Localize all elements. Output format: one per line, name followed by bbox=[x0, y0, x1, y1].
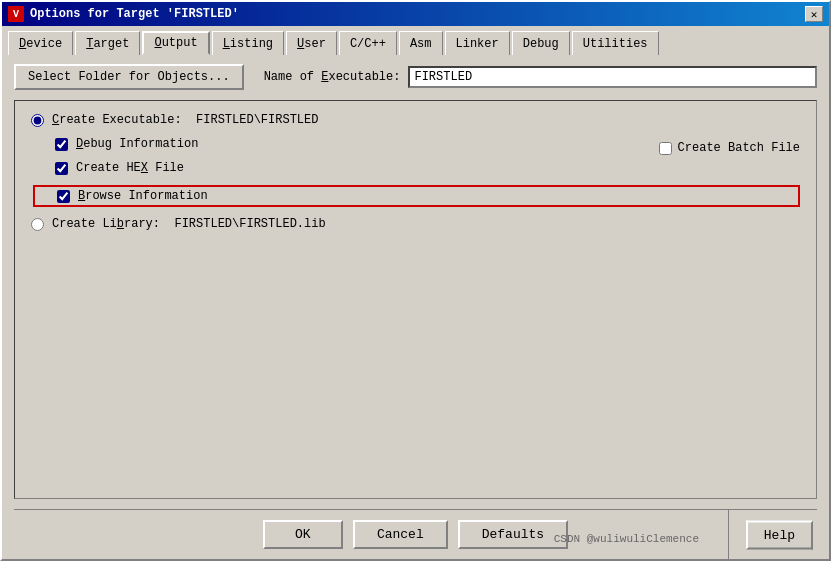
help-button[interactable]: Help bbox=[746, 520, 813, 549]
title-bar-left: V Options for Target 'FIRSTLED' bbox=[8, 6, 239, 22]
main-group: Create Executable: FIRSTLED\FIRSTLED Deb… bbox=[14, 100, 817, 499]
exe-name-label-text: Name of Executable: bbox=[264, 70, 401, 84]
footer: OK Cancel Defaults Help CSDN @wuliwuliCl… bbox=[2, 510, 829, 559]
tab-utilities[interactable]: Utilities bbox=[572, 31, 659, 55]
tab-listing[interactable]: Listing bbox=[212, 31, 284, 55]
create-hex-checkbox[interactable] bbox=[55, 162, 68, 175]
browse-info-row: Browse Information bbox=[33, 185, 800, 207]
tab-asm[interactable]: Asm bbox=[399, 31, 443, 55]
create-hex-label: Create HEX File bbox=[76, 161, 184, 175]
tab-cpp[interactable]: C/C++ bbox=[339, 31, 397, 55]
debug-info-label: Debug Information bbox=[76, 137, 198, 151]
browse-info-label: Browse Information bbox=[78, 189, 208, 203]
ok-button[interactable]: OK bbox=[263, 520, 343, 549]
debug-info-checkbox[interactable] bbox=[55, 138, 68, 151]
create-exe-radio[interactable] bbox=[31, 114, 44, 127]
exe-name-group: Name of Executable: bbox=[264, 66, 817, 88]
content-area: Select Folder for Objects... Name of Exe… bbox=[2, 54, 829, 509]
create-lib-radio[interactable] bbox=[31, 218, 44, 231]
create-batch-label: Create Batch File bbox=[678, 141, 800, 155]
create-exe-row: Create Executable: FIRSTLED\FIRSTLED bbox=[31, 113, 800, 127]
create-lib-row: Create Library: FIRSTLED\FIRSTLED.lib bbox=[31, 217, 800, 231]
tab-user[interactable]: User bbox=[286, 31, 337, 55]
close-button[interactable]: ✕ bbox=[805, 6, 823, 22]
footer-vertical-divider bbox=[728, 510, 729, 559]
create-batch-checkbox[interactable] bbox=[659, 142, 672, 155]
app-icon: V bbox=[8, 6, 24, 22]
select-folder-button[interactable]: Select Folder for Objects... bbox=[14, 64, 244, 90]
create-lib-label: Create Library: FIRSTLED\FIRSTLED.lib bbox=[52, 217, 326, 231]
create-batch-row: Create Batch File bbox=[659, 141, 800, 155]
title-bar: V Options for Target 'FIRSTLED' ✕ bbox=[2, 2, 829, 26]
exe-name-input[interactable] bbox=[408, 66, 817, 88]
create-exe-label: Create Executable: FIRSTLED\FIRSTLED bbox=[52, 113, 318, 127]
tab-bar: Device Target Output Listing User C/C++ … bbox=[2, 26, 829, 54]
tab-linker[interactable]: Linker bbox=[445, 31, 510, 55]
cancel-button[interactable]: Cancel bbox=[353, 520, 448, 549]
tab-target[interactable]: Target bbox=[75, 31, 140, 55]
browse-info-checkbox[interactable] bbox=[57, 190, 70, 203]
top-row: Select Folder for Objects... Name of Exe… bbox=[14, 64, 817, 90]
create-hex-row: Create HEX File bbox=[31, 161, 800, 175]
tab-device[interactable]: Device bbox=[8, 31, 73, 55]
main-window: V Options for Target 'FIRSTLED' ✕ Device… bbox=[0, 0, 831, 561]
exe-name-label: Name of Executable: bbox=[264, 70, 401, 84]
watermark: CSDN @wuliwuliClemence bbox=[554, 533, 699, 545]
defaults-button[interactable]: Defaults bbox=[458, 520, 568, 549]
window-title: Options for Target 'FIRSTLED' bbox=[30, 7, 239, 21]
tab-debug[interactable]: Debug bbox=[512, 31, 570, 55]
tab-output[interactable]: Output bbox=[142, 31, 209, 55]
